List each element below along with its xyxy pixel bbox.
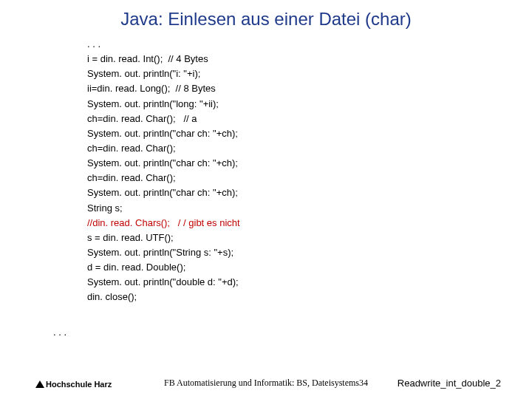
triangle-icon	[35, 381, 44, 388]
footer-center-text: FB Automatisierung und Informatik: BS, D…	[164, 378, 368, 389]
code-line: System. out. println("String s: "+s);	[87, 245, 240, 260]
code-line: ch=din. read. Char();	[87, 141, 240, 156]
code-line: System. out. println("char ch: "+ch);	[87, 126, 240, 141]
code-line: System. out. println("i: "+i);	[87, 66, 240, 81]
code-line: i = din. read. Int(); // 4 Bytes	[87, 52, 240, 66]
code-line: System. out. println("char ch: "+ch);	[87, 156, 240, 171]
code-line: din. close();	[87, 290, 240, 304]
code-line: System. out. println("char ch: "+ch);	[87, 185, 240, 200]
code-line: ch=din. read. Char();	[87, 171, 240, 185]
logo-text: Hochschule Harz	[46, 380, 112, 389]
footer-center-label: FB Automatisierung und Informatik: BS, D…	[164, 378, 359, 388]
code-line: . . .	[87, 37, 240, 52]
code-block: . . . i = din. read. Int(); // 4 Bytes S…	[87, 37, 240, 305]
code-line: String s;	[87, 201, 240, 216]
code-line: ii=din. read. Long(); // 8 Bytes	[87, 81, 240, 96]
code-line: ch=din. read. Char(); // a	[87, 112, 240, 126]
code-line: d = din. read. Double();	[87, 260, 240, 275]
ellipsis-outer: . . .	[53, 327, 66, 338]
slide-title: Java: Einlesen aus einer Datei (char)	[0, 0, 532, 30]
code-line-highlight: //din. read. Chars(); / / gibt es nicht	[87, 216, 240, 231]
page-number: 34	[359, 378, 368, 388]
code-line: System. out. println("long: "+ii);	[87, 97, 240, 112]
footer-right-text: Readwrite_int_double_2	[398, 378, 501, 389]
code-line: System. out. println("double d: "+d);	[87, 275, 240, 290]
logo: Hochschule Harz	[35, 380, 112, 389]
code-line: s = din. read. UTF();	[87, 231, 240, 245]
